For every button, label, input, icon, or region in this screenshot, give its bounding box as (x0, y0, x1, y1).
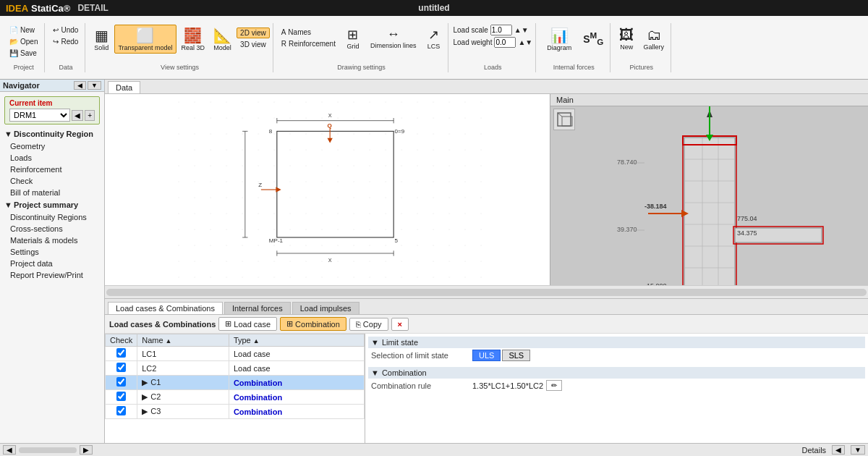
gallery-button[interactable]: 🗂 Gallery (639, 25, 668, 53)
table-row[interactable]: ▶C1Combination (106, 376, 365, 390)
details-label: Details (801, 446, 826, 455)
expand-button[interactable]: ▶ (142, 407, 148, 415)
row-checkbox[interactable] (116, 392, 126, 401)
data-tab[interactable]: Data (108, 81, 140, 93)
combination-expand-icon: ▼ (371, 368, 379, 377)
nav-item-project-data[interactable]: Project data (1, 258, 103, 269)
row-checkbox[interactable] (116, 348, 126, 358)
nav-item-report-preview[interactable]: Report Preview/Print (1, 269, 103, 281)
expand-button[interactable]: ▶ (142, 378, 148, 387)
view2d-label: 2D view (240, 29, 266, 37)
lcs-icon: ↗ (428, 27, 439, 43)
save-button[interactable]: 💾 Save (6, 48, 41, 59)
name-cell: ▶C1 (137, 376, 229, 390)
ribbon-project-group: 📄 New 📂 Open 💾 Save Project (3, 23, 45, 72)
nav-item-materials-models[interactable]: Materials & models (1, 235, 103, 246)
nav-item-bill-of-material[interactable]: Bill of material (1, 187, 103, 198)
details-pin-button[interactable]: ◀ (832, 445, 845, 455)
solid-button[interactable]: ▦ Solid (90, 25, 113, 54)
nav-item-check[interactable]: Check (1, 175, 103, 187)
diagram-button[interactable]: 📊 Diagram (540, 25, 578, 54)
limit-state-expand-icon: ▼ (371, 338, 379, 347)
row-checkbox[interactable] (116, 406, 126, 415)
nav-collapse-button[interactable]: ▼ (88, 81, 101, 90)
lc-tab-internal-forces[interactable]: Internal forces (224, 302, 291, 314)
lcs-button[interactable]: ↗ LCS (422, 25, 445, 52)
check-cell (106, 347, 137, 361)
lc-tab-load-impulses[interactable]: Load impulses (292, 302, 359, 314)
combination-header[interactable]: ▼ Combination (368, 367, 865, 379)
names-label: Names (288, 28, 311, 36)
bottom-scroll-right[interactable]: ▶ (80, 445, 93, 455)
nav-item-discontinuity-regions[interactable]: Discontinuity Regions (1, 211, 103, 223)
copy-button[interactable]: ⎘ Copy (349, 318, 388, 331)
table-row[interactable]: LC2Load case (106, 361, 365, 376)
smg-button[interactable]: SMG (579, 28, 607, 48)
bottom-scrollbar[interactable] (19, 447, 77, 453)
selection-label: Selection of limit state (371, 351, 472, 360)
redo-icon: ↪ (53, 38, 59, 46)
combination-rule-edit-button[interactable]: ✏ (546, 380, 562, 391)
drawing-settings-label: Drawing settings (278, 64, 446, 71)
bottom-scroll-left[interactable]: ◀ (3, 445, 16, 455)
redo-button[interactable]: ↪ Redo (49, 36, 82, 47)
current-item-prev-button[interactable]: ◀ (72, 110, 83, 121)
new-button[interactable]: 📄 New (6, 25, 41, 35)
real3d-button[interactable]: 🧱 Real 3D (178, 25, 209, 54)
nav-cube[interactable] (553, 109, 575, 130)
new-picture-button[interactable]: 🖼 New (615, 25, 638, 53)
delete-button[interactable]: × (391, 318, 409, 331)
nav-item-settings[interactable]: Settings (1, 246, 103, 258)
row-checkbox[interactable] (116, 377, 126, 387)
current-item-selector[interactable]: DRM1 ◀ + (9, 109, 95, 122)
load-scale-input[interactable] (490, 25, 512, 35)
load-weight-input[interactable] (494, 37, 516, 48)
transparent-model-button[interactable]: ⬜ Transparent model (114, 25, 176, 54)
combination-add-button[interactable]: ⊞ Combination (280, 317, 346, 331)
load-case-button[interactable]: ⊞ Load case (218, 317, 277, 331)
table-row[interactable]: LC1Load case (106, 347, 365, 361)
nav-item-cross-sections[interactable]: Cross-sections (1, 223, 103, 235)
nav-group-project-summary[interactable]: ▼ Project summary (1, 198, 103, 211)
type-label: Type (234, 336, 251, 345)
sls-button[interactable]: SLS (502, 350, 530, 361)
table-row[interactable]: ▶C3Combination (106, 405, 365, 419)
nav-item-geometry[interactable]: Geometry (1, 140, 103, 152)
model-button[interactable]: 📐 Model (210, 25, 235, 54)
names-button[interactable]: A Names (278, 27, 339, 38)
row-checkbox[interactable] (116, 363, 126, 372)
expand-button[interactable]: ▶ (142, 392, 148, 401)
view3d-button[interactable]: 3D view (237, 39, 270, 50)
view2d-button[interactable]: 2D view (237, 28, 270, 38)
gallery-label: Gallery (643, 43, 664, 51)
nav-item-reinforcement[interactable]: Reinforcement (1, 164, 103, 175)
undo-button[interactable]: ↩ Undo (49, 25, 82, 35)
navigator-title: Navigator (3, 81, 40, 90)
name-label: Name (142, 336, 163, 345)
svg-text:X: X (328, 257, 332, 263)
lc-tab-combinations[interactable]: Load cases & Combinations (108, 302, 223, 314)
ribbon-view-group: ▦ Solid ⬜ Transparent model 🧱 Real 3D 📐 … (87, 23, 273, 72)
data-tab-bar: Data (105, 80, 868, 94)
logo-detail: DETAIL (77, 3, 108, 13)
nav-pin-button[interactable]: ◀ (74, 81, 86, 90)
details-collapse-button[interactable]: ▼ (851, 445, 865, 455)
nav-group-discontinuity-region[interactable]: ▼ Discontinuity Region (1, 127, 103, 140)
name-sort-icon[interactable]: ▲ (166, 337, 172, 345)
transparent-label: Transparent model (118, 44, 172, 51)
current-item-dropdown[interactable]: DRM1 (9, 109, 70, 122)
nav-check-label: Check (10, 177, 33, 185)
dimension-lines-button[interactable]: ↔ Dimension lines (367, 25, 420, 51)
horizontal-scrollbar[interactable] (106, 289, 867, 296)
grid-button[interactable]: ⊞ Grid (341, 25, 365, 52)
limit-state-header[interactable]: ▼ Limit state (368, 337, 865, 348)
lc-properties: ▼ Limit state Selection of limit state U… (365, 334, 868, 443)
type-sort-icon[interactable]: ▲ (253, 337, 260, 345)
current-item-next-button[interactable]: + (85, 110, 95, 121)
table-row[interactable]: ▶C2Combination (106, 390, 365, 405)
open-button[interactable]: 📂 Open (6, 36, 41, 47)
nav-item-loads[interactable]: Loads (1, 152, 103, 164)
combination-rule-row: Combination rule 1.35*LC1+1.50*LC2 ✏ (368, 379, 865, 392)
uls-button[interactable]: ULS (472, 350, 501, 361)
reinforcement-button[interactable]: R Reinforcement (278, 38, 339, 49)
